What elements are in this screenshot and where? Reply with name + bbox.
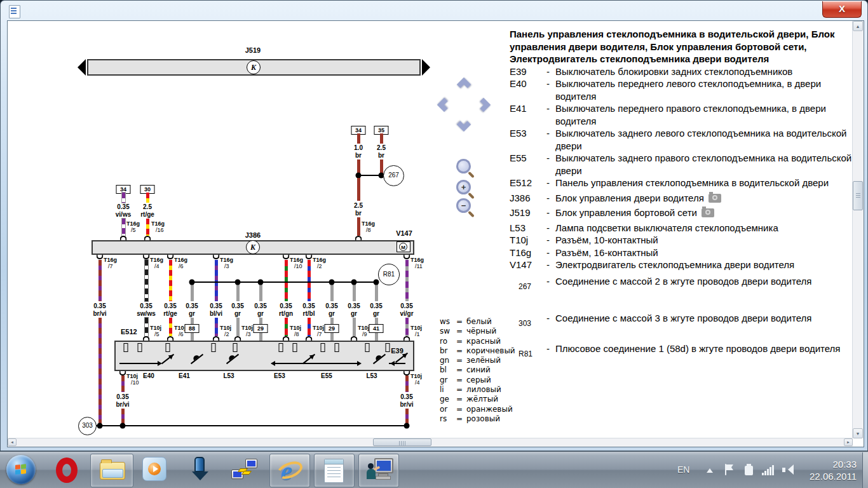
camera-icon[interactable]	[709, 194, 721, 203]
component-desc: Блок управления двери водителя	[555, 192, 856, 205]
close-button[interactable]: X	[822, 1, 862, 18]
scroll-up-button[interactable]: ▲	[853, 21, 863, 31]
wire	[146, 193, 149, 203]
terminal-box: 29	[325, 324, 339, 333]
wire	[98, 260, 102, 301]
taskbar: e EN 20:33 22.06.2011	[0, 451, 868, 488]
component-code: T10j	[510, 234, 546, 247]
pin-label: T16g/6	[174, 257, 187, 269]
show-hidden-icons-icon[interactable]	[707, 468, 713, 473]
switch-label: E53	[274, 372, 285, 380]
equals-sign: =	[456, 337, 466, 346]
pin-label: T10j/1	[410, 325, 422, 337]
zoom-in-icon[interactable]: +	[456, 180, 471, 194]
scroll-down-button[interactable]: ▼	[853, 428, 863, 438]
taskbar-network-app-icon[interactable]	[230, 458, 259, 482]
dash: -	[546, 342, 555, 361]
wire-color-row: gr = серый	[440, 376, 515, 385]
wire-color-name: серый	[466, 376, 491, 385]
ground-303: 303	[78, 417, 97, 435]
camera-icon[interactable]	[702, 208, 714, 217]
scroll-right-button[interactable]: ►	[844, 438, 853, 446]
scroll-left-button[interactable]: ◄	[8, 438, 17, 446]
symbol	[388, 361, 395, 366]
horizontal-scrollbar[interactable]: ◄ ►	[8, 438, 853, 447]
pin-label: T10j/6	[174, 325, 186, 337]
component-desc-text: Выключатель переднего левого стеклоподъе…	[555, 78, 821, 102]
start-button[interactable]	[6, 455, 36, 484]
vertical-scrollbar[interactable]: ▲ ▼	[852, 21, 864, 438]
battery-icon[interactable]	[745, 464, 753, 475]
taskbar-download-manager-icon[interactable]	[192, 457, 208, 482]
wire	[353, 318, 356, 336]
taskbar-internet-explorer-button[interactable]: e	[269, 454, 310, 487]
tray-date: 22.06.2011	[789, 470, 857, 482]
symbol	[166, 343, 170, 352]
wire-label: 2.5br	[341, 202, 376, 217]
network-signal-icon[interactable]	[762, 465, 776, 475]
component-desc: Блок управления бортовой сети	[555, 207, 856, 219]
dash: -	[546, 102, 555, 127]
bus-arrow-left-icon	[78, 59, 86, 76]
component-desc: Выключатель переднего правого стеклоподъ…	[555, 102, 856, 127]
e39-label: E39	[388, 347, 407, 355]
show-desktop-button[interactable]	[862, 452, 868, 488]
zoom-tool-icon[interactable]	[456, 159, 471, 173]
folder-icon	[100, 462, 125, 480]
pin-label: T10j/5	[150, 325, 161, 337]
wire-color-code: sw	[440, 327, 456, 336]
wire	[405, 260, 409, 301]
taskbar-opera-icon[interactable]	[56, 458, 78, 483]
horizontal-scroll-thumb[interactable]	[373, 438, 431, 446]
vertical-scroll-thumb[interactable]	[853, 181, 863, 210]
equals-sign: =	[456, 365, 466, 375]
dash: -	[546, 207, 555, 219]
title-bar[interactable]: X	[1, 1, 867, 20]
connector-icon	[403, 255, 410, 259]
pin-label: T10j/3	[241, 325, 253, 337]
action-center-flag-icon[interactable]	[724, 464, 735, 475]
component-desc: Выключатель заднего левого стеклоподъемн…	[555, 127, 856, 152]
component-desc-text: Выключатель заднего левого стеклоподъемн…	[555, 128, 846, 151]
component-row: L53 - Лампа подсветки выключателя стекло…	[510, 222, 856, 234]
component-desc: Лампа подсветки выключателя стеклоподъем…	[555, 222, 856, 234]
lightning-icon	[241, 471, 252, 475]
component-desc-text: Выключатель заднего правого стеклоподъем…	[555, 152, 851, 176]
component-desc: Выключатель переднего левого стеклоподъе…	[555, 78, 856, 102]
component-code: E53	[510, 127, 546, 152]
component-code: E55	[510, 152, 546, 177]
component-row: V147 - Электродвигатель стеклоподъемника…	[510, 259, 856, 271]
wire	[122, 193, 125, 203]
taskbar-explorer-button[interactable]	[90, 454, 133, 487]
wire-color-row: gn = зелёный	[440, 356, 515, 365]
dash: -	[546, 234, 555, 247]
dash: -	[546, 78, 555, 102]
ie-icon: e	[276, 457, 304, 485]
pin-label: T16g/2	[313, 257, 326, 269]
language-indicator[interactable]: EN	[677, 464, 689, 475]
equals-sign: =	[456, 356, 466, 365]
pin-label: T16g/8	[362, 220, 375, 233]
taskbar-media-player-icon[interactable]	[142, 457, 166, 481]
taskbar-notepad-button[interactable]	[314, 454, 355, 487]
pin-label: T10j/2	[220, 325, 231, 337]
wire-color-code: ws	[440, 317, 456, 327]
symbol	[233, 343, 238, 352]
component-row: E39 - Выключатель блокировки задних стек…	[510, 65, 856, 78]
person-at-computer-icon	[367, 458, 393, 484]
pin-label: T10j/10	[126, 373, 139, 386]
zoom-out-icon[interactable]: −	[456, 198, 471, 213]
legend-panel: Панель управления стеклоподъемника в вод…	[510, 28, 856, 360]
taskbar-wiring-viewer-button[interactable]	[358, 454, 399, 487]
component-row: T16g - Разъём, 16-контактный	[510, 247, 856, 259]
component-row: T10j - Разъём, 10-контактный	[510, 234, 856, 247]
app-window: X J519 K 34 30 0.35vi/ws 2.5rt/ge	[0, 0, 868, 451]
connector-icon	[213, 255, 220, 259]
k-symbol: K	[247, 60, 261, 74]
pin-label: T16g/5	[126, 220, 140, 233]
switch-label: L53	[366, 372, 377, 380]
terminal-box: 41	[369, 324, 384, 333]
tray-clock[interactable]: 20:33 22.06.2011	[789, 458, 857, 482]
motor-symbol: M	[397, 241, 410, 252]
component-desc: Выключатель блокировки задних стеклоподъ…	[555, 65, 856, 78]
